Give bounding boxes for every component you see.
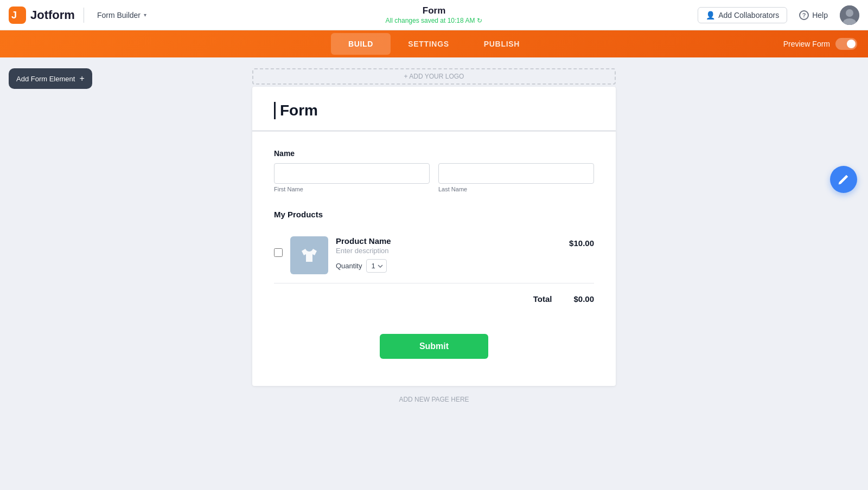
products-section-label: My Products (274, 210, 594, 219)
form-card: Form Name First Name Last Name (252, 87, 616, 386)
tab-build[interactable]: BUILD (331, 33, 391, 55)
preview-toggle[interactable] (835, 38, 857, 50)
quantity-row: Quantity 1 2 3 4 5 (336, 259, 561, 273)
add-page-bar[interactable]: ADD NEW PAGE HERE (252, 392, 616, 407)
header-left: J Jotform Form Builder ▾ (9, 7, 151, 24)
add-collaborators-button[interactable]: 👤 Add Collaborators (698, 7, 787, 23)
avatar[interactable] (840, 5, 859, 25)
products-field-group: My Products Product Name Enter desc (274, 210, 594, 317)
first-name-wrap: First Name (274, 163, 430, 192)
person-icon: 👤 (706, 11, 715, 20)
add-logo-bar[interactable]: + ADD YOUR LOGO (252, 68, 616, 85)
preview-form-label: Preview Form (783, 40, 830, 48)
avatar-image (840, 5, 859, 25)
first-name-input[interactable] (274, 163, 430, 184)
submit-button[interactable]: Submit (380, 334, 488, 359)
total-label: Total (533, 294, 552, 304)
product-description: Enter description (336, 247, 561, 255)
add-form-element-button[interactable]: Add Form Element + (9, 68, 92, 89)
tshirt-icon (299, 246, 319, 265)
logo-text: Jotform (30, 8, 75, 22)
refresh-icon: ↻ (477, 17, 482, 24)
product-price: $10.00 (569, 236, 594, 248)
save-status: All changes saved at 10:18 AM ↻ (386, 17, 483, 24)
toggle-knob (847, 40, 856, 48)
first-name-sublabel: First Name (274, 186, 430, 192)
form-body: Name First Name Last Name My P (252, 132, 616, 386)
last-name-input[interactable] (438, 163, 594, 184)
nav-tabs: BUILD SETTINGS PUBLISH (331, 33, 537, 55)
logo[interactable]: J Jotform (9, 7, 75, 24)
quantity-select[interactable]: 1 2 3 4 5 (366, 259, 387, 273)
name-field-label: Name (274, 149, 594, 158)
main-area: Add Form Element + + ADD YOUR LOGO Form … (0, 57, 868, 490)
plus-icon: + (79, 74, 84, 83)
fab-button[interactable] (830, 166, 857, 193)
total-value: $0.00 (573, 294, 594, 304)
header-right: 👤 Add Collaborators ? Help (698, 5, 859, 25)
product-image (290, 236, 328, 274)
total-row: Total $0.00 (274, 283, 594, 317)
form-builder-button[interactable]: Form Builder ▾ (93, 9, 151, 22)
name-row: First Name Last Name (274, 163, 594, 192)
svg-point-3 (846, 9, 853, 17)
product-info: Product Name Enter description Quantity … (336, 236, 561, 273)
tab-publish[interactable]: PUBLISH (467, 33, 537, 55)
form-title: Form (386, 5, 483, 16)
help-button[interactable]: ? Help (794, 7, 833, 23)
submit-area: Submit (274, 334, 594, 364)
last-name-wrap: Last Name (438, 163, 594, 192)
form-title-display[interactable]: Form (274, 102, 594, 119)
last-name-sublabel: Last Name (438, 186, 594, 192)
chevron-down-icon: ▾ (144, 12, 146, 18)
product-name: Product Name (336, 236, 561, 246)
svg-text:J: J (11, 10, 17, 21)
tab-settings[interactable]: SETTINGS (391, 33, 467, 55)
preview-form-area: Preview Form (783, 38, 857, 50)
canvas-area: + ADD YOUR LOGO Form Name First Name (0, 57, 868, 490)
quantity-label: Quantity (336, 262, 362, 270)
form-header-section: Form (252, 87, 616, 132)
product-item: Product Name Enter description Quantity … (274, 228, 594, 283)
name-field-group: Name First Name Last Name (274, 149, 594, 192)
jotform-logo-icon: J (9, 7, 26, 24)
header-divider (84, 8, 84, 23)
app-header: J Jotform Form Builder ▾ Form All change… (0, 0, 868, 30)
fab-pencil-icon (838, 173, 850, 185)
product-checkbox[interactable] (274, 248, 283, 257)
help-icon: ? (799, 10, 809, 20)
header-center: Form All changes saved at 10:18 AM ↻ (386, 5, 483, 24)
nav-bar: BUILD SETTINGS PUBLISH Preview Form (0, 30, 868, 57)
